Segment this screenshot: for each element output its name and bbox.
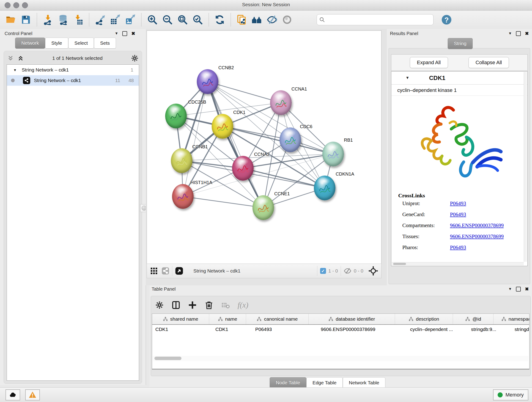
results-horizontal-scrollbar[interactable] bbox=[392, 262, 524, 265]
tab-network[interactable]: Network bbox=[15, 38, 45, 49]
export-network-icon[interactable] bbox=[93, 13, 108, 27]
hide-edges-icon[interactable] bbox=[264, 13, 279, 27]
warning-button[interactable] bbox=[25, 389, 40, 400]
tab-string[interactable]: String bbox=[448, 38, 473, 49]
always-show-icon[interactable] bbox=[175, 267, 183, 275]
zoom-selected-icon[interactable] bbox=[190, 13, 205, 27]
add-column-icon[interactable] bbox=[188, 301, 197, 309]
crosslink-link[interactable]: P06493 bbox=[450, 201, 466, 206]
table-settings-gear-icon[interactable] bbox=[155, 301, 164, 309]
tab-network-table[interactable]: Network Table bbox=[343, 377, 386, 388]
table-horizontal-scrollbar[interactable] bbox=[153, 356, 528, 361]
table-cell[interactable]: 9606.ENSP00000378699 bbox=[317, 325, 407, 334]
copy-network-icon[interactable] bbox=[234, 13, 249, 27]
node-table[interactable]: shared namenamecanonical namedatabase id… bbox=[152, 313, 530, 370]
float-panel-icon[interactable] bbox=[516, 31, 521, 36]
table-row[interactable]: CDK1CDK1P064939606.ENSP00000378699cyclin… bbox=[152, 325, 529, 334]
zoom-fit-icon[interactable] bbox=[175, 13, 190, 27]
column-header-description[interactable]: description bbox=[395, 314, 453, 324]
column-header-name[interactable]: name bbox=[209, 314, 246, 324]
crosslink-link[interactable]: P06493 bbox=[450, 245, 466, 250]
help-icon[interactable]: ? bbox=[439, 13, 454, 27]
import-table-icon[interactable] bbox=[70, 13, 86, 27]
tab-sets[interactable]: Sets bbox=[94, 38, 116, 49]
collapse-all-button[interactable]: Collapse All bbox=[469, 57, 509, 68]
tab-style[interactable]: Style bbox=[45, 38, 68, 49]
export-image-icon[interactable] bbox=[123, 13, 138, 27]
refresh-layout-icon[interactable] bbox=[212, 13, 227, 27]
string-home-icon[interactable] bbox=[249, 13, 264, 27]
node-table-container: f(x) shared namenamecanonical namedataba… bbox=[151, 296, 531, 376]
close-panel-icon[interactable]: ✖ bbox=[525, 31, 529, 36]
close-panel-icon[interactable]: ✖ bbox=[525, 286, 529, 292]
expand-all-tree-icon[interactable] bbox=[7, 55, 14, 62]
search-input[interactable] bbox=[325, 17, 431, 23]
network-node-CDC25B[interactable] bbox=[165, 104, 187, 128]
network-node-CCNB2[interactable] bbox=[197, 69, 218, 94]
table-cell[interactable]: cyclin–dependent ... bbox=[407, 325, 468, 334]
function-builder-icon[interactable]: f(x) bbox=[238, 301, 248, 309]
network-node-CCNB1[interactable] bbox=[171, 148, 192, 173]
collapse-panel-icon[interactable]: ▼ bbox=[114, 32, 118, 36]
table-cell[interactable]: CDK1 bbox=[212, 325, 252, 334]
table-cell[interactable]: stringdb bbox=[511, 325, 530, 334]
tree-expander-icon[interactable]: ▼ bbox=[13, 68, 17, 72]
collapse-all-tree-icon[interactable] bbox=[17, 55, 24, 62]
show-columns-icon[interactable] bbox=[172, 301, 180, 309]
pan-crosshair-icon[interactable] bbox=[368, 266, 378, 276]
zoom-in-icon[interactable] bbox=[145, 13, 160, 27]
column-header-namespac[interactable]: namespac bbox=[494, 314, 530, 324]
node-label-CCNA2: CCNA2 bbox=[254, 152, 270, 157]
table-cell[interactable]: stringdb:9... bbox=[468, 325, 511, 334]
import-database-icon[interactable] bbox=[56, 13, 70, 27]
save-icon[interactable] bbox=[18, 13, 33, 27]
network-node-CDKN1A[interactable] bbox=[314, 176, 336, 200]
network-row[interactable]: String Network – cdk1 11 48 bbox=[7, 75, 139, 86]
memory-button[interactable]: Memory bbox=[493, 389, 528, 400]
network-collection-row[interactable]: ▼ String Network – cdk1 1 bbox=[7, 65, 139, 75]
results-vertical-scrollbar[interactable] bbox=[524, 72, 527, 262]
column-header-shared-name[interactable]: shared name bbox=[152, 314, 209, 324]
delete-table-icon[interactable] bbox=[221, 301, 230, 309]
crosslink-link[interactable]: 9606.ENSP00000378699 bbox=[450, 234, 504, 240]
preview-icon[interactable] bbox=[279, 13, 295, 27]
collapse-panel-icon[interactable]: ▼ bbox=[508, 287, 512, 291]
network-node-HIST1H1A[interactable] bbox=[172, 184, 194, 209]
network-canvas[interactable]: CCNB2CCNA1CDC25BCDK1CDC6RB1CCNB1CCNA2CDK… bbox=[147, 31, 381, 264]
birds-eye-view-icon[interactable] bbox=[150, 267, 158, 275]
share-view-icon[interactable] bbox=[162, 267, 169, 275]
column-header-database-identifier[interactable]: database identifier bbox=[309, 314, 395, 324]
collapse-panel-icon[interactable]: ▼ bbox=[508, 32, 512, 36]
delete-column-trash-icon[interactable] bbox=[205, 301, 213, 309]
column-header-canonical-name[interactable]: canonical name bbox=[246, 314, 309, 324]
network-node-CDC6[interactable] bbox=[279, 128, 301, 152]
network-edges bbox=[147, 31, 381, 264]
open-folder-icon[interactable] bbox=[3, 13, 18, 27]
network-node-CCNA1[interactable] bbox=[270, 90, 292, 115]
gear-icon[interactable] bbox=[131, 54, 139, 62]
selected-nodes-checkbox[interactable]: ✓ bbox=[320, 268, 326, 274]
export-table-icon[interactable] bbox=[108, 13, 123, 27]
network-node-CCNE1[interactable] bbox=[253, 195, 274, 220]
network-node-RB1[interactable] bbox=[322, 142, 344, 166]
tab-node-table[interactable]: Node Table bbox=[270, 377, 306, 388]
zoom-out-icon[interactable] bbox=[160, 13, 175, 27]
crosslink-link[interactable]: P06493 bbox=[450, 211, 466, 217]
column-header--id[interactable]: @id bbox=[453, 314, 494, 324]
import-network-icon[interactable] bbox=[40, 13, 56, 27]
table-cell[interactable]: P06493 bbox=[252, 325, 317, 334]
tab-edge-table[interactable]: Edge Table bbox=[306, 377, 343, 388]
network-node-CDK1[interactable] bbox=[212, 114, 233, 139]
float-panel-icon[interactable] bbox=[516, 287, 521, 292]
network-node-CCNA2[interactable] bbox=[232, 156, 254, 181]
node-label-CCNA1: CCNA1 bbox=[291, 86, 307, 92]
card-collapse-icon[interactable]: ▼ bbox=[405, 76, 409, 80]
hidden-eye-icon[interactable] bbox=[344, 267, 351, 275]
crosslink-link[interactable]: 9606.ENSP00000378699 bbox=[450, 223, 504, 229]
expand-all-button[interactable]: Expand All bbox=[410, 57, 448, 68]
close-panel-icon[interactable]: ✖ bbox=[131, 31, 135, 36]
tab-select[interactable]: Select bbox=[68, 38, 94, 49]
cloud-button[interactable] bbox=[6, 389, 20, 400]
table-cell[interactable]: CDK1 bbox=[152, 325, 212, 334]
float-panel-icon[interactable] bbox=[122, 31, 127, 36]
